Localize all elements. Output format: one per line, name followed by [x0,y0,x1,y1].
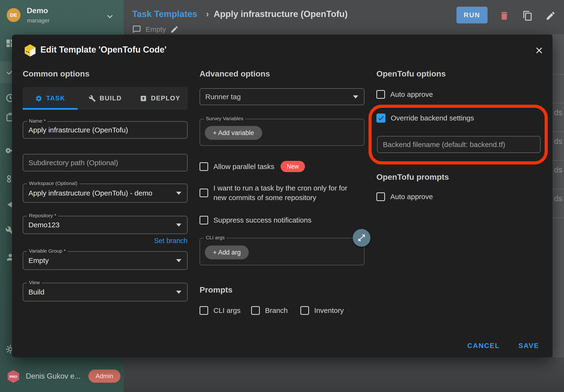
runner-tag-select[interactable]: Runner tag [200,88,364,105]
expand-cli-args-button[interactable] [353,229,371,247]
name-field-label: Name * [27,118,48,124]
sidebar-item-settings-icon[interactable] [5,344,12,354]
modal-footer: CANCEL SAVE [467,342,539,350]
allow-parallel-label: Allow parallel tasks [213,163,274,171]
allow-parallel-checkbox[interactable] [200,162,208,171]
sidebar-item-history-icon[interactable] [5,93,12,103]
tab-task[interactable]: TASK [23,87,78,110]
tab-task-label: TASK [46,95,65,102]
advanced-options-column: Advanced options Runner tag Survey Varia… [200,35,364,357]
prompt-cli-args-checkbox[interactable] [200,306,208,315]
project-selector[interactable] [105,11,115,22]
edit-template-icon[interactable] [545,11,556,21]
auto-approve-row: Auto approve [376,90,433,99]
chat-bubble-icon [132,25,141,34]
sidebar-item-dashboard-icon[interactable] [5,38,12,48]
edit-template-modal: Edit Template 'OpenTofu Code' Common opt… [12,35,552,357]
copy-template-icon[interactable] [523,11,533,21]
prompt-inventory-label: Inventory [314,307,344,315]
view-select[interactable]: View Build [23,283,188,301]
common-options-heading: Common options [23,69,90,78]
add-arg-button[interactable]: + Add arg [205,245,249,259]
template-description: Empty [146,25,166,33]
subdirectory-field[interactable]: Subdirectory path (Optional) [23,154,188,171]
table-divider [552,160,564,161]
new-badge: New [281,161,305,172]
template-description-row: Empty [132,25,179,34]
suppress-notifications-checkbox[interactable] [200,216,208,224]
delete-template-icon[interactable] [499,11,509,21]
add-variable-button[interactable]: + Add variable [205,126,262,140]
sidebar-item-environment-icon[interactable] [5,174,12,184]
sidebar-item-keys-icon[interactable] [5,146,12,156]
suppress-notifications-row: Suppress success notifications [200,216,311,224]
expand-icon [357,234,366,242]
view-value: Build [28,288,44,296]
survey-variables-fieldset: Survey Variables + Add variable [200,119,364,146]
sidebar-item-inventory-icon[interactable] [5,200,12,210]
advanced-options-heading: Advanced options [200,69,270,78]
prompt-branch-checkbox[interactable] [251,306,260,315]
opentofu-options-heading: OpenTofu options [376,69,446,78]
active-tab-indicator [23,108,78,110]
opentofu-auto-approve-checkbox[interactable] [376,192,385,201]
edit-description-icon[interactable] [170,25,179,34]
tab-deploy[interactable]: DEPLOY [133,87,188,110]
variable-group-select[interactable]: Variable Group * Empty [23,251,188,270]
cancel-button[interactable]: CANCEL [467,342,500,350]
cron-commits-row: I want to run a task by the cron only fo… [200,183,357,202]
breadcrumb-root[interactable]: Task Templates [132,9,197,19]
opentofu-auto-approve-row: Auto approve [376,192,433,201]
table-divider [552,218,564,218]
view-label: View [27,280,41,285]
tab-build[interactable]: BUILD [78,87,133,110]
common-options-column: Common options TASK BUILD DEPLOY [23,35,188,357]
table-row-fragment: ds [554,165,562,174]
name-field[interactable]: Name * Apply infrastructure (OpenTofu) [23,121,188,139]
override-backend-row: Override backend settings [376,113,474,123]
dropdown-arrow-icon [176,291,181,294]
auto-approve-checkbox[interactable] [376,90,385,99]
sidebar-nav [0,35,12,357]
deploy-icon [140,95,147,102]
project-role: manager [27,17,50,24]
breadcrumb-current: Apply infrastructure (OpenTofu) [214,9,347,19]
override-backend-label: Override backend settings [391,114,474,122]
add-arg-label: + Add arg [213,249,241,256]
table-divider [552,189,564,189]
override-backend-checkbox[interactable] [376,113,385,123]
set-branch-link[interactable]: Set branch [154,237,188,245]
backend-filename-field[interactable]: Backend filename (default: backend.tf) [377,136,541,153]
variable-group-label: Variable Group * [27,248,68,254]
opentofu-options-column: OpenTofu options Auto approve Override b… [376,35,541,357]
workspace-label: Workspace (Optional) [27,181,79,186]
runner-tag-placeholder: Runner tag [205,93,241,101]
repository-value: Demo123 [28,221,59,229]
repository-select[interactable]: Repository * Demo123 [23,216,188,234]
run-button[interactable]: RUN [456,7,488,23]
cli-args-fieldset: CLI args + Add arg [200,238,364,265]
sidebar-item-activity-icon[interactable] [5,112,12,122]
cli-args-label: CLI args [204,235,227,240]
suppress-notifications-label: Suppress success notifications [213,216,311,224]
prompt-branch-label: Branch [265,307,288,315]
cron-commits-checkbox[interactable] [200,189,208,197]
dropdown-arrow-icon [353,95,358,98]
sidebar-item-team-icon[interactable] [5,252,12,262]
user-name: Denis Gukov e... [26,372,81,380]
add-variable-label: + Add variable [213,129,254,137]
save-button[interactable]: SAVE [518,342,539,350]
variable-group-value: Empty [28,256,49,265]
tab-deploy-label: DEPLOY [151,95,180,102]
prompt-inventory-checkbox[interactable] [300,306,309,315]
prompt-inventory-row: Inventory [300,306,344,315]
sidebar-item-repositories-icon[interactable] [5,226,12,236]
sidebar-item-task-templates-icon[interactable] [5,67,12,77]
table-divider [552,74,564,75]
user-role-badge: Admin [88,370,121,383]
chevron-down-icon [105,11,115,22]
user-row[interactable]: PRO Denis Gukov e... Admin [0,368,124,390]
background-page-bottom [124,357,564,392]
avatar-initials: DE [10,12,17,18]
workspace-select[interactable]: Workspace (Optional) Apply infrastructur… [23,183,188,203]
